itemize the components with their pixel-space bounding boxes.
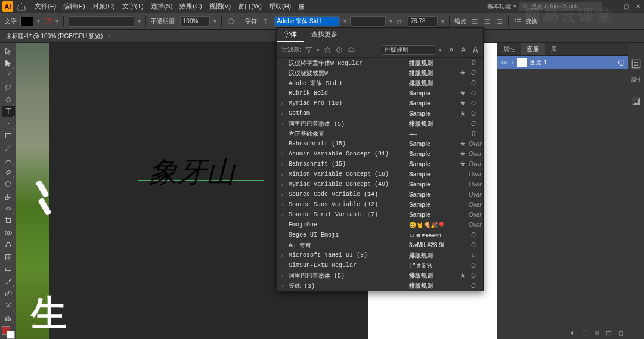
font-row[interactable]: ›Minion Variable Concept (16)SampleOvar: [277, 169, 483, 179]
font-row[interactable]: ›Bahnschrift (15)Sample★Ovar: [277, 159, 483, 169]
align-right-icon[interactable]: [495, 17, 503, 26]
font-row[interactable]: 方正基础像素----Tr: [277, 129, 483, 139]
font-style-input[interactable]: [350, 16, 386, 27]
layer-name[interactable]: 图层 1: [530, 58, 615, 67]
gradient-tool[interactable]: [2, 263, 15, 275]
font-list[interactable]: 汉仪铸字童年体W Regular排版规则Tr汉仪晓波敦黑W排版规则★OAdobe…: [277, 58, 483, 291]
filter-cloud-icon[interactable]: [347, 46, 355, 54]
sample-size-small[interactable]: A: [449, 46, 453, 54]
font-family-input[interactable]: Adobe 宋体 Std L: [274, 16, 340, 27]
font-row[interactable]: Adobe 宋体 Std L排版规则O: [277, 78, 483, 88]
font-row[interactable]: ›等线 (3)排版规则O: [277, 281, 483, 291]
touch-type-icon[interactable]: T: [262, 17, 271, 26]
font-row[interactable]: 汉仪铸字童年体W Regular排版规则Tr: [277, 58, 483, 68]
panel-tab-libraries[interactable]: 库: [545, 43, 563, 55]
font-row[interactable]: ›Microsoft YaHei UI (3)排版规则Tr: [277, 250, 483, 260]
favorite-star-icon[interactable]: ★: [459, 160, 466, 168]
panel-tab-properties[interactable]: 属性: [497, 43, 521, 55]
new-layer-icon[interactable]: [605, 329, 612, 337]
font-row[interactable]: ›Source Sans Variable (12)SampleOvar: [277, 200, 483, 210]
panel-tab-layers[interactable]: 图层: [521, 43, 545, 55]
locate-icon[interactable]: [569, 329, 577, 337]
sample-size-med[interactable]: A: [461, 46, 466, 54]
font-row[interactable]: ›Source Code Variable (14)SampleOvar: [277, 189, 483, 200]
filter-funnel-icon[interactable]: [305, 46, 313, 54]
scale-tool[interactable]: [2, 191, 15, 202]
menu-view[interactable]: 视图(V): [206, 2, 235, 11]
magic-wand-tool[interactable]: [2, 70, 15, 81]
sample-size-large[interactable]: A: [473, 45, 478, 55]
font-row[interactable]: ›Myriad Pro (10)Sample★O: [277, 98, 483, 108]
window-maximize[interactable]: ▢: [623, 3, 630, 10]
font-row[interactable]: ›Source Serif Variable (7)SampleOvar: [277, 210, 483, 220]
menu-effect[interactable]: 效果(C): [176, 2, 205, 11]
direct-selection-tool[interactable]: [2, 57, 15, 69]
recolor-icon[interactable]: [227, 17, 235, 26]
eyedropper-tool[interactable]: [2, 276, 15, 287]
favorite-star-icon[interactable]: ★: [459, 110, 466, 117]
favorite-star-icon[interactable]: ★: [459, 69, 466, 77]
window-minimize[interactable]: —: [611, 3, 618, 10]
align-center-icon[interactable]: [483, 17, 491, 26]
new-sublayer-icon[interactable]: [593, 329, 600, 337]
window-close[interactable]: ✕: [634, 3, 642, 10]
visibility-icon[interactable]: [501, 59, 508, 66]
font-tab-fonts[interactable]: 字体: [277, 28, 304, 42]
fill-swatch[interactable]: [20, 17, 33, 26]
menu-object[interactable]: 对象(O): [89, 2, 119, 11]
rectangle-tool[interactable]: [2, 130, 15, 141]
font-size-input[interactable]: 78.78: [408, 16, 438, 27]
menu-file[interactable]: 文件(F): [31, 2, 60, 11]
line-tool[interactable]: [2, 118, 15, 129]
font-row[interactable]: ›Myriad Variable Concept (40)SampleOvar: [277, 179, 483, 189]
libraries-icon[interactable]: [631, 96, 642, 107]
font-row[interactable]: ›阿里巴巴普惠体 (5)排版规则O: [277, 119, 483, 129]
favorite-star-icon[interactable]: ★: [459, 150, 466, 158]
layer-row[interactable]: › 图层 1: [497, 56, 628, 69]
opacity-input[interactable]: 100%: [180, 16, 210, 27]
filter-star-icon[interactable]: [323, 46, 332, 54]
font-row[interactable]: Aa 奇奇3wMlL#28 9tO: [277, 240, 483, 250]
filter-clock-icon[interactable]: [335, 46, 343, 54]
properties-icon[interactable]: [631, 58, 642, 69]
font-row[interactable]: ›阿里巴巴普惠体 (5)排版规则★O: [277, 270, 483, 281]
stroke-weight[interactable]: [69, 16, 134, 27]
font-row[interactable]: SimSun-ExtB Regular! " # $ %O: [277, 260, 483, 270]
layer-expand-icon[interactable]: ›: [512, 60, 513, 66]
selection-tool[interactable]: [2, 45, 15, 57]
clip-icon[interactable]: [581, 329, 589, 337]
pen-tool[interactable]: [2, 94, 15, 105]
shape-builder-tool[interactable]: [2, 227, 15, 238]
font-row[interactable]: ›GothamSample★O: [277, 108, 483, 119]
favorite-star-icon[interactable]: ★: [459, 99, 466, 107]
font-row[interactable]: ›Bahnschrift (15)Sample★Ovar: [277, 139, 483, 149]
font-row[interactable]: ›Acumin Variable Concept (91)Sample★Ovar: [277, 149, 483, 159]
symbol-sprayer-tool[interactable]: [2, 300, 15, 311]
stroke-icon[interactable]: [44, 17, 52, 26]
search-stock[interactable]: 搜索 Adobe Stock: [519, 2, 602, 11]
lasso-tool[interactable]: [2, 82, 15, 93]
type-tool[interactable]: [2, 106, 15, 117]
free-transform-tool[interactable]: [2, 215, 15, 226]
align-left-icon[interactable]: [471, 17, 479, 26]
list-icon[interactable]: [513, 17, 522, 26]
font-tab-findmore[interactable]: 查找更多: [304, 28, 345, 42]
sort-select[interactable]: 排版规则: [382, 45, 435, 55]
transform-label[interactable]: 变换: [525, 17, 537, 26]
mesh-tool[interactable]: [2, 251, 15, 263]
color-picker[interactable]: [2, 326, 15, 339]
font-row[interactable]: EmojiOne😀🤘🍕🎉🎈Ovar: [277, 220, 483, 230]
favorite-star-icon[interactable]: ★: [459, 272, 466, 279]
rotate-tool[interactable]: [2, 179, 15, 190]
width-tool[interactable]: [2, 203, 15, 214]
blend-tool[interactable]: [2, 288, 15, 299]
paintbrush-tool[interactable]: [2, 142, 15, 154]
perspective-tool[interactable]: [2, 240, 15, 251]
shaper-tool[interactable]: [2, 154, 15, 166]
trash-icon[interactable]: [617, 329, 624, 337]
menu-select[interactable]: 选择(S): [147, 2, 177, 11]
menu-window[interactable]: 窗口(W): [234, 2, 265, 11]
favorite-star-icon[interactable]: ★: [459, 140, 466, 148]
graph-tool[interactable]: [2, 312, 15, 324]
font-row[interactable]: Segoe UI Emoji☺☻♥♦♣♠•◘O: [277, 230, 483, 240]
